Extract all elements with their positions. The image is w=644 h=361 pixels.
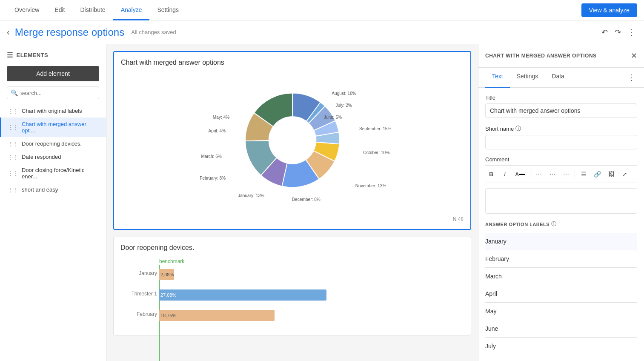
fullscreen-button[interactable]: ➚ xyxy=(619,168,631,180)
nav-analyze[interactable]: Analyze xyxy=(113,0,150,20)
sidebar-item-label: Chart with original labels xyxy=(22,108,82,114)
italic-button[interactable]: I xyxy=(499,168,511,180)
text-color-button[interactable]: A xyxy=(512,168,527,180)
answer-option-input-april[interactable] xyxy=(485,289,637,298)
bar-row-trimester1: Trimester 1 27,08% xyxy=(159,287,464,303)
list-button[interactable]: ☰ xyxy=(578,168,590,180)
saved-status: All changes saved xyxy=(131,29,600,35)
toolbar-divider-1 xyxy=(530,170,530,178)
more-options-button[interactable]: ⋮ xyxy=(626,26,637,39)
answer-option-january xyxy=(485,233,637,250)
donut-svg: August: 10% July: 2% June: 6% May: 4% Ap… xyxy=(190,74,395,210)
svg-text:November: 13%: November: 13% xyxy=(355,183,386,188)
bar-row-february: February 18,75% xyxy=(159,308,464,323)
drag-icon: ⋮⋮ xyxy=(8,141,18,147)
sidebar-item-date-responded[interactable]: ⋮⋮ Date responded xyxy=(0,150,106,163)
short-name-input[interactable] xyxy=(485,135,637,149)
nav-edit[interactable]: Edit xyxy=(47,0,72,20)
comment-toolbar: B I A ⋯ ⋯ ⋯ ☰ 🔗 🖼 ➚ xyxy=(485,165,637,183)
answer-option-july xyxy=(485,338,637,355)
sidebar-header: ☰ ELEMENTS xyxy=(0,44,106,66)
nav-overview[interactable]: Overview xyxy=(7,0,47,20)
search-input[interactable] xyxy=(20,90,95,96)
svg-text:February: 8%: February: 8% xyxy=(200,176,226,180)
sidebar-item-chart-original[interactable]: ⋮⋮ Chart with original labels xyxy=(0,104,106,117)
donut-container: August: 10% July: 2% June: 6% May: 4% Ap… xyxy=(121,70,464,215)
back-arrow-icon[interactable]: ‹ xyxy=(7,27,10,37)
comment-textarea[interactable] xyxy=(485,188,637,214)
top-nav: Overview Edit Distribute Analyze Setting… xyxy=(0,0,644,20)
bar-value-trimester1: 27,08% xyxy=(160,292,176,298)
sidebar-item-door-closing[interactable]: ⋮⋮ Door closing force/Kinetic ener... xyxy=(0,163,106,183)
svg-text:August: 10%: August: 10% xyxy=(332,91,356,96)
answer-option-input-march[interactable] xyxy=(485,272,637,281)
panel-tabs: Text Settings Data ⋮ xyxy=(478,68,644,88)
view-analyze-button[interactable]: View & analyze xyxy=(581,3,637,17)
answer-option-input-may[interactable] xyxy=(485,307,637,315)
svg-text:October: 10%: October: 10% xyxy=(363,150,389,155)
bar-chart-card: Door reopening devices. benchmark Januar… xyxy=(113,237,471,335)
sidebar-item-short-easy[interactable]: ⋮⋮ short and easy xyxy=(0,183,106,196)
sidebar-item-label: short and easy xyxy=(22,186,58,193)
link-button[interactable]: 🔗 xyxy=(591,168,604,180)
answer-option-april xyxy=(485,285,637,303)
tab-data[interactable]: Data xyxy=(545,68,571,88)
short-name-label-row: Short name ⓘ xyxy=(485,125,637,132)
align-right-button[interactable]: ⋯ xyxy=(560,168,572,180)
svg-text:December: 8%: December: 8% xyxy=(292,197,320,202)
sub-header: ‹ Merge response options All changes sav… xyxy=(0,20,644,44)
drag-icon: ⋮⋮ xyxy=(8,108,18,114)
svg-text:May: 4%: May: 4% xyxy=(212,115,229,120)
panel-close-button[interactable]: ✕ xyxy=(631,51,637,60)
header-actions: ↶ ↷ ⋮ xyxy=(600,26,637,39)
undo-button[interactable]: ↶ xyxy=(600,26,610,39)
panel-title: CHART WITH MERGED ANSWER OPTIONS xyxy=(485,53,597,59)
drag-icon: ⋮⋮ xyxy=(8,170,18,176)
answer-options-help-icon[interactable]: ⓘ xyxy=(551,221,557,228)
panel-header: CHART WITH MERGED ANSWER OPTIONS ✕ xyxy=(478,44,644,68)
bar-fill-january: 2,08% xyxy=(159,269,174,280)
nav-settings[interactable]: Settings xyxy=(149,0,186,20)
nav-distribute[interactable]: Distribute xyxy=(72,0,113,20)
bar-label-february: February xyxy=(120,311,157,317)
search-icon: 🔍 xyxy=(11,89,18,96)
image-button[interactable]: 🖼 xyxy=(605,168,617,180)
redo-button[interactable]: ↷ xyxy=(613,26,623,39)
tab-text[interactable]: Text xyxy=(485,68,510,88)
donut-chart-title: Chart with merged answer options xyxy=(121,59,464,66)
hamburger-icon: ☰ xyxy=(7,51,13,59)
sidebar-item-chart-merged[interactable]: ⋮⋮ Chart with merged answer opti... xyxy=(0,117,106,137)
align-left-button[interactable]: ⋯ xyxy=(533,168,545,180)
short-name-help-icon[interactable]: ⓘ xyxy=(515,125,521,132)
sidebar-item-label: Date responded xyxy=(22,154,61,160)
svg-text:June: 6%: June: 6% xyxy=(323,115,341,120)
svg-text:September: 15%: September: 15% xyxy=(359,126,391,131)
answer-option-march xyxy=(485,268,637,285)
answer-option-input-june[interactable] xyxy=(485,324,637,333)
answer-option-input-july[interactable] xyxy=(485,342,637,350)
bar-value-january: 2,08% xyxy=(160,272,174,277)
benchmark-label: benchmark xyxy=(159,258,184,264)
search-box: 🔍 xyxy=(7,86,99,99)
title-input[interactable] xyxy=(485,103,637,118)
short-name-label: Short name xyxy=(485,126,514,132)
bar-value-february: 18,75% xyxy=(160,313,176,318)
panel-tab-more-icon[interactable]: ⋮ xyxy=(626,68,637,87)
tab-settings[interactable]: Settings xyxy=(510,68,545,88)
sidebar: ☰ ELEMENTS Add element 🔍 ⋮⋮ Chart with o… xyxy=(0,44,106,361)
bar-fill-trimester1: 27,08% xyxy=(159,289,326,301)
sidebar-item-door-reopening[interactable]: ⋮⋮ Door reopening devices. xyxy=(0,137,106,150)
bar-chart-title: Door reopening devices. xyxy=(120,244,464,252)
align-center-button[interactable]: ⋯ xyxy=(547,168,558,180)
add-element-button[interactable]: Add element xyxy=(7,66,99,81)
svg-text:July: 2%: July: 2% xyxy=(335,103,352,108)
bold-button[interactable]: B xyxy=(485,168,497,180)
answer-option-input-january[interactable] xyxy=(485,237,637,246)
panel-body: Title Short name ⓘ Comment B I A ⋯ ⋯ ⋯ ☰… xyxy=(478,88,644,361)
answer-option-may xyxy=(485,303,637,320)
bar-row-january: January 2,08% xyxy=(159,267,464,282)
answer-options-section-label: ANSWER OPTION LABELS ⓘ xyxy=(485,221,637,228)
sidebar-item-label: Door closing force/Kinetic ener... xyxy=(22,167,99,180)
main-layout: ☰ ELEMENTS Add element 🔍 ⋮⋮ Chart with o… xyxy=(0,44,644,361)
answer-option-input-february[interactable] xyxy=(485,255,637,263)
